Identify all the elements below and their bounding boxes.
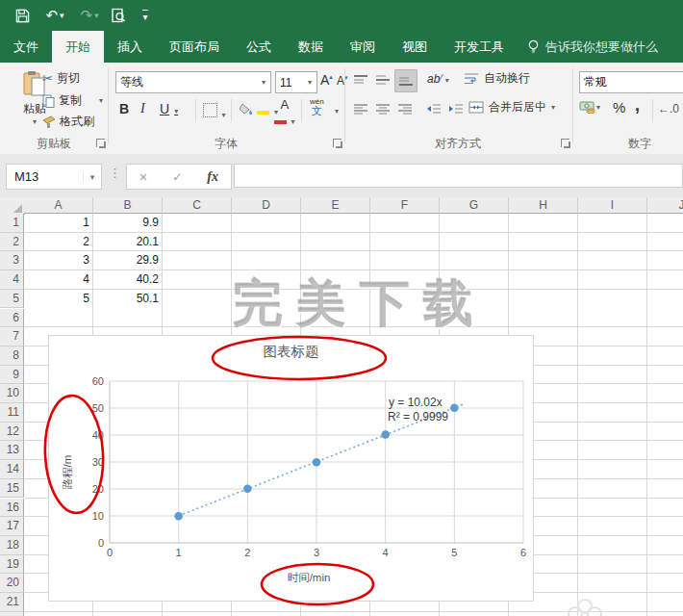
customize-quick-access-button[interactable]: ▾ [137,5,152,26]
number-format-combo[interactable]: 常规 ▾ [579,71,683,93]
data-point[interactable] [450,403,459,412]
cell-B3[interactable]: 29.9 [93,251,163,270]
font-color-button[interactable]: A ▾ [274,99,294,128]
cell-B4[interactable]: 40.2 [93,270,163,290]
row-header-12[interactable]: 12 [0,423,24,442]
alignment-dialog-launcher-icon[interactable] [561,139,569,147]
row-header-2[interactable]: 2 [0,233,24,252]
merge-center-button[interactable]: 合并后居中 ▾ [468,99,555,116]
borders-button[interactable]: ▾ [203,103,225,121]
column-header-F[interactable]: F [370,197,440,214]
row-header-10[interactable]: 10 [0,384,24,403]
cell-A2[interactable]: 2 [24,233,93,252]
data-point[interactable] [313,458,321,467]
chart-object[interactable]: 01234560102030405060y = 10.02xR² = 0.999… [48,335,534,602]
insert-function-button[interactable]: fx [207,169,218,185]
row-header-19[interactable]: 19 [0,555,24,575]
chart-title[interactable]: 图表标题 [49,343,533,361]
tab-insert[interactable]: 插入 [104,31,156,63]
shrink-font-button[interactable]: A▾ [337,74,348,88]
column-header-A[interactable]: A [24,197,93,214]
middle-align-button[interactable] [372,69,393,90]
column-header-C[interactable]: C [163,197,232,214]
save-button[interactable] [12,5,33,26]
row-header-6[interactable]: 6 [0,309,24,328]
italic-button[interactable]: I [140,101,145,116]
row-header-13[interactable]: 13 [0,441,24,460]
bold-button[interactable]: B [119,101,129,116]
tab-review[interactable]: 审阅 [337,31,389,63]
wrap-text-button[interactable]: 自动换行 [464,70,530,87]
formula-input[interactable] [234,164,683,188]
row-header-7[interactable]: 7 [0,327,24,346]
cell-A1[interactable]: 1 [24,214,93,233]
row-header-11[interactable]: 11 [0,403,24,423]
column-header-H[interactable]: H [509,197,578,214]
comma-style-button[interactable]: , [635,95,640,116]
tab-developer[interactable]: 开发工具 [441,31,518,63]
bottom-align-button[interactable] [394,69,417,92]
row-header-17[interactable]: 17 [0,517,24,536]
percent-style-button[interactable]: % [613,99,625,116]
decrease-indent-button[interactable] [423,98,444,119]
row-header-1[interactable]: 1 [0,214,24,233]
trendline-r-squared[interactable]: R² = 0.9999 [388,410,448,424]
increase-decimal-button[interactable]: ←.0 [658,102,679,116]
row-header-3[interactable]: 3 [0,251,24,270]
align-right-button[interactable] [394,98,416,119]
column-header-D[interactable]: D [232,197,301,214]
tell-me-box[interactable]: 告诉我你想要做什么 [518,31,668,63]
trendline-equation[interactable]: y = 10.02x [389,396,443,409]
row-header-16[interactable]: 16 [0,499,24,518]
column-header-E[interactable]: E [301,197,370,214]
select-all-corner[interactable] [0,197,25,215]
tab-file[interactable]: 文件 [0,31,52,63]
x-axis-title[interactable]: 时间/min [241,571,376,585]
cell-B2[interactable]: 20.1 [93,233,163,252]
data-point[interactable] [381,430,390,439]
phonetic-guide-button[interactable]: wén 文 [310,98,324,116]
copy-button[interactable]: 复制 ▾ [42,92,103,109]
top-align-button[interactable] [350,69,371,90]
row-header-18[interactable]: 18 [0,536,24,555]
clipboard-dialog-launcher-icon[interactable] [96,139,105,147]
font-dialog-launcher-icon[interactable] [333,139,342,147]
row-header-20[interactable]: 20 [0,574,24,593]
font-size-combo[interactable]: 11 ▾ [275,71,317,93]
column-header-G[interactable]: G [440,197,509,214]
data-point[interactable] [243,484,252,493]
row-header-8[interactable]: 8 [0,346,24,366]
font-name-combo[interactable]: 等线 ▾ [115,71,271,93]
redo-button[interactable]: ↷ ▾ [75,5,104,26]
accounting-format-button[interactable]: ▾ [579,100,600,114]
cut-button[interactable]: ✂ 剪切 [42,70,80,87]
cell-A5[interactable]: 5 [24,290,93,309]
column-header-J[interactable]: J [647,197,683,214]
align-center-button[interactable] [372,98,393,119]
tab-home[interactable]: 开始 [52,31,104,63]
cell-B5[interactable]: 50.1 [93,290,163,309]
row-header-22[interactable]: 22 [0,612,24,616]
cell-A3[interactable]: 3 [24,251,93,270]
name-box[interactable]: M13 ▾ [6,164,102,190]
row-header-21[interactable]: 21 [0,593,24,612]
y-axis-title[interactable]: 路程/m [61,434,75,511]
tab-page-layout[interactable]: 页面布局 [156,31,233,63]
formula-bar-handle[interactable]: ⋮ [109,166,121,180]
row-header-15[interactable]: 15 [0,479,24,499]
data-point[interactable] [174,512,183,521]
row-header-4[interactable]: 4 [0,270,24,290]
tab-formulas[interactable]: 公式 [233,31,285,63]
format-painter-button[interactable]: 格式刷 [42,114,94,130]
row-header-9[interactable]: 9 [0,366,24,385]
cancel-button[interactable]: × [139,169,147,185]
orientation-button[interactable]: ab⁄ ▾ [427,72,449,86]
enter-button[interactable]: ✓ [172,170,182,184]
align-left-button[interactable] [350,98,371,119]
row-header-5[interactable]: 5 [0,290,24,309]
print-preview-button[interactable] [108,5,129,26]
grow-font-button[interactable]: A▴ [320,72,333,88]
column-header-I[interactable]: I [578,197,647,214]
undo-button[interactable]: ↶ ▾ [40,5,69,26]
column-header-B[interactable]: B [93,197,163,214]
